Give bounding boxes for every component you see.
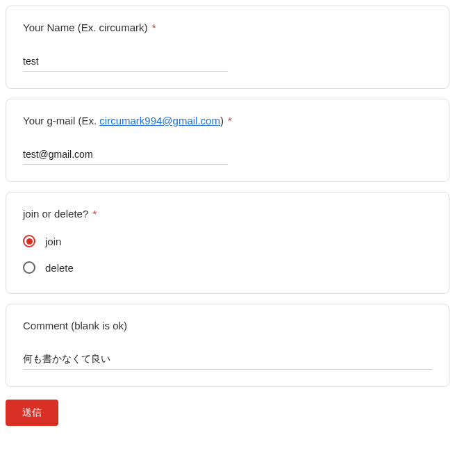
question-card-gmail: Your g-mail (Ex. circumark994@gmail.com)… xyxy=(6,99,449,182)
radio-inner-dot xyxy=(26,238,33,245)
question-card-name: Your Name (Ex. circumark) * xyxy=(6,6,449,89)
radio-icon-selected xyxy=(23,235,35,247)
label-text: Comment (blank is ok) xyxy=(23,320,127,331)
example-email-link[interactable]: circumark994@gmail.com xyxy=(99,115,220,126)
question-label-comment: Comment (blank is ok) xyxy=(23,320,432,331)
question-label-join-delete: join or delete? * xyxy=(23,208,432,220)
radio-icon-unselected xyxy=(23,261,35,274)
input-wrap xyxy=(23,53,432,72)
name-input[interactable] xyxy=(23,53,228,72)
comment-input[interactable] xyxy=(23,351,432,370)
label-prefix: Your g-mail (Ex. xyxy=(23,115,99,126)
radio-option-join[interactable]: join xyxy=(23,235,432,247)
question-card-join-delete: join or delete? * join delete xyxy=(6,192,449,294)
submit-button[interactable]: 送信 xyxy=(6,400,58,426)
radio-group: join delete xyxy=(23,235,432,274)
question-label-name: Your Name (Ex. circumark) * xyxy=(23,22,432,33)
radio-label: join xyxy=(45,236,61,247)
label-text: join or delete? xyxy=(23,208,88,220)
required-asterisk: * xyxy=(152,22,156,33)
radio-option-delete[interactable]: delete xyxy=(23,261,432,274)
required-asterisk: * xyxy=(228,115,232,126)
input-wrap xyxy=(23,351,432,370)
required-asterisk: * xyxy=(92,208,97,220)
question-card-comment: Comment (blank is ok) xyxy=(6,304,449,387)
label-suffix: ) xyxy=(220,115,224,126)
question-label-gmail: Your g-mail (Ex. circumark994@gmail.com)… xyxy=(23,115,432,126)
label-text: Your Name (Ex. circumark) xyxy=(23,22,148,33)
gmail-input[interactable] xyxy=(23,146,228,165)
input-wrap xyxy=(23,146,432,165)
radio-label: delete xyxy=(45,262,74,274)
